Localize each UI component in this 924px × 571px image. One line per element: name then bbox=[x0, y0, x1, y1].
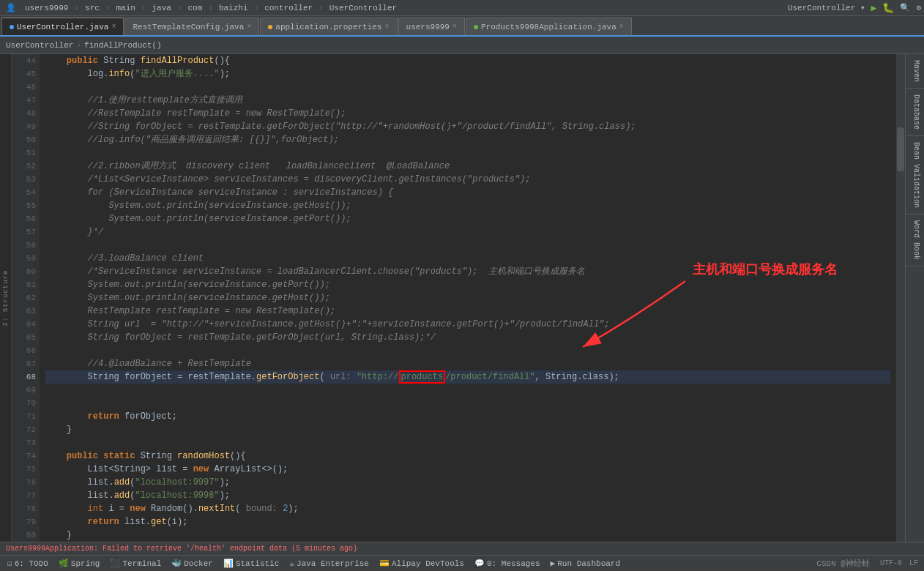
top-breadcrumb-bar: 👤 users9999 › src › main › java › com › … bbox=[0, 0, 924, 16]
code-line-55: System.out.println(serviceInstance.getHo… bbox=[45, 199, 890, 212]
code-line-79: return list.get(i); bbox=[45, 515, 890, 529]
close-icon[interactable]: × bbox=[452, 23, 457, 31]
structure-label: 2: Structure bbox=[2, 270, 10, 326]
close-icon[interactable]: × bbox=[385, 23, 390, 31]
code-line-57: }*/ bbox=[45, 225, 890, 239]
close-icon[interactable]: × bbox=[619, 23, 624, 31]
code-line-52: //2.ribbon调用方式 discovery client loadBala… bbox=[45, 160, 890, 173]
tab-appproperties[interactable]: application.properties × bbox=[260, 18, 397, 35]
code-line-50: //log.info("商品服务调用返回结果: [{}]",forObject)… bbox=[45, 133, 890, 146]
line-ending-indicator[interactable]: LF bbox=[906, 559, 921, 567]
statistic-button[interactable]: 📊 Statistic bbox=[219, 556, 283, 572]
code-line-47: //1.使用resttemplate方式直接调用 bbox=[45, 94, 890, 107]
project-icon: 👤 bbox=[3, 2, 19, 13]
run-config-dropdown[interactable]: UserController ▾ bbox=[785, 2, 868, 13]
java-enterprise-button[interactable]: ☕ Java Enterprise bbox=[285, 556, 373, 572]
breadcrumb-usercontroller[interactable]: UserController bbox=[6, 41, 73, 50]
path-controller[interactable]: controller bbox=[261, 3, 316, 13]
scrollbar-thumb[interactable] bbox=[897, 127, 904, 171]
spring-label: Spring bbox=[71, 559, 100, 568]
tab-dot bbox=[268, 25, 272, 29]
tab-dot bbox=[474, 25, 478, 29]
path-java[interactable]: java bbox=[149, 3, 174, 13]
error-bar: Users9999Application: Failed to retrieve… bbox=[0, 542, 924, 555]
path-users[interactable]: users9999 bbox=[22, 3, 71, 13]
todo-icon: ☑ bbox=[7, 559, 12, 568]
tab-users9999[interactable]: users9999 × bbox=[398, 18, 465, 35]
docker-label: Docker bbox=[184, 559, 213, 568]
debug-button[interactable]: 🐛 bbox=[882, 2, 894, 14]
terminal-button[interactable]: ⬛ Terminal bbox=[105, 556, 165, 572]
todo-button[interactable]: ☑ 6: TODO bbox=[3, 556, 53, 572]
code-line-65: String forObject = restTemplate.getForOb… bbox=[45, 331, 890, 344]
code-line-59: //3.loadBalance client bbox=[45, 252, 890, 265]
code-line-73 bbox=[45, 436, 890, 449]
code-line-62: System.out.println(serviceInstance.getHo… bbox=[45, 291, 890, 305]
path-usercontroller[interactable]: UserController bbox=[327, 3, 400, 13]
messages-button[interactable]: 💬 0: Messages bbox=[470, 556, 545, 572]
code-editor[interactable]: public String findAllProduct(){ log.info… bbox=[40, 54, 896, 542]
vertical-scrollbar[interactable] bbox=[896, 54, 905, 542]
tab-resttemplate[interactable]: RestTemplateConfig.java × bbox=[124, 18, 259, 35]
tab-products9998[interactable]: Products9998Application.java × bbox=[466, 18, 632, 35]
tab-label: Products9998Application.java bbox=[481, 23, 616, 31]
code-line-66 bbox=[45, 344, 890, 357]
code-line-60: /*ServiceInstance serviceInstance = load… bbox=[45, 265, 890, 278]
code-line-78: int i = new Random().nextInt( bound: 2); bbox=[45, 502, 890, 515]
alipay-label: Alipay DevTools bbox=[392, 559, 464, 568]
breadcrumb-method[interactable]: findAllProduct() bbox=[84, 41, 162, 50]
alipay-icon: 💳 bbox=[379, 559, 390, 568]
tab-label: RestTemplateConfig.java bbox=[133, 23, 244, 31]
csdn-watermark: CSDN @神经蛙 bbox=[811, 558, 876, 569]
code-line-51 bbox=[45, 146, 890, 160]
tab-dot bbox=[10, 25, 14, 29]
code-line-67: //4.@loadBalance + RestTemplate bbox=[45, 357, 890, 370]
statistic-icon: 📊 bbox=[223, 559, 234, 568]
settings-button[interactable]: ⚙ bbox=[916, 3, 921, 12]
code-line-49: //String forObject = restTemplate.getFor… bbox=[45, 120, 890, 133]
tab-usercontroller[interactable]: UserController.java × bbox=[1, 18, 124, 35]
run-dashboard-label: Run Dashboard bbox=[557, 559, 620, 568]
code-line-72: } bbox=[45, 423, 890, 436]
right-tool-panel: Maven Database Bean Validation Word Book bbox=[905, 54, 924, 542]
spring-button[interactable]: 🌿 Spring bbox=[54, 556, 105, 572]
editor-tab-bar: UserController.java × RestTemplateConfig… bbox=[0, 16, 924, 37]
tab-label: users9999 bbox=[406, 23, 450, 31]
path-baizhi[interactable]: baizhi bbox=[216, 3, 251, 13]
code-line-44: public String findAllProduct(){ bbox=[45, 54, 890, 67]
tab-label: UserController.java bbox=[17, 23, 108, 31]
path-com[interactable]: com bbox=[185, 3, 205, 13]
spring-icon: 🌿 bbox=[59, 559, 69, 568]
code-line-48: //RestTemplate restTemplate = new RestTe… bbox=[45, 107, 890, 120]
code-line-58 bbox=[45, 239, 890, 252]
code-line-54: for (ServiceInstance serviceInstance : s… bbox=[45, 186, 890, 199]
run-dashboard-button[interactable]: ▶ Run Dashboard bbox=[546, 556, 625, 572]
status-bar: ☑ 6: TODO 🌿 Spring ⬛ Terminal 🐳 Docker 📊… bbox=[0, 555, 924, 571]
run-button[interactable]: ▶ bbox=[871, 2, 877, 14]
code-line-80: } bbox=[45, 529, 890, 542]
search-button[interactable]: 🔍 bbox=[900, 3, 910, 12]
bean-validation-tab[interactable]: Bean Validation bbox=[906, 136, 924, 214]
code-line-69 bbox=[45, 384, 890, 397]
code-line-71: return forObject; bbox=[45, 410, 890, 423]
code-line-77: list.add("localhost:9998"); bbox=[45, 489, 890, 502]
code-line-63: RestTemplate restTemplate = new RestTemp… bbox=[45, 305, 890, 318]
database-tab[interactable]: Database bbox=[906, 89, 924, 136]
docker-button[interactable]: 🐳 Docker bbox=[167, 556, 217, 572]
java-enterprise-label: Java Enterprise bbox=[297, 559, 369, 568]
word-book-tab[interactable]: Word Book bbox=[906, 214, 924, 266]
path-main[interactable]: main bbox=[113, 3, 138, 13]
maven-tab[interactable]: Maven bbox=[906, 54, 924, 89]
terminal-label: Terminal bbox=[122, 559, 161, 568]
encoding-indicator[interactable]: UTF-8 bbox=[877, 559, 905, 567]
terminal-icon: ⬛ bbox=[110, 559, 120, 568]
run-dashboard-icon: ▶ bbox=[551, 559, 556, 568]
statistic-label: Statistic bbox=[236, 559, 279, 568]
todo-label: 6: TODO bbox=[15, 559, 48, 568]
close-icon[interactable]: × bbox=[111, 23, 116, 31]
close-icon[interactable]: × bbox=[247, 23, 251, 31]
path-src[interactable]: src bbox=[82, 3, 103, 13]
alipay-devtools-button[interactable]: 💳 Alipay DevTools bbox=[375, 556, 469, 572]
code-line-61: System.out.println(serviceInstance.getPo… bbox=[45, 278, 890, 291]
messages-icon: 💬 bbox=[474, 559, 485, 568]
